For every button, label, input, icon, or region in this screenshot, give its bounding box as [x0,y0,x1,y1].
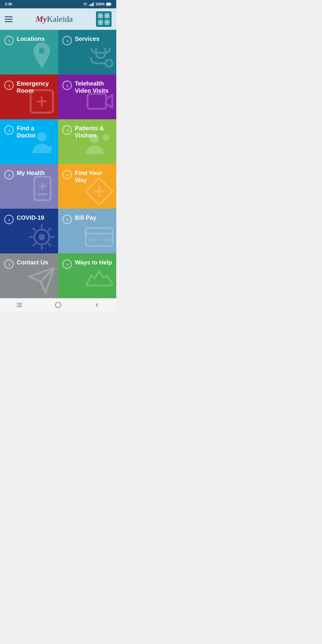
tile-patients[interactable]: Patients & Visitors [58,119,116,164]
tile-telehealth[interactable]: Telehealth Video Visits [58,75,116,119]
my-health-label: My Health [17,169,45,177]
covid-arrow [4,215,14,224]
svg-line-33 [33,243,36,246]
svg-rect-0 [89,5,90,6]
logo-my: My [36,14,47,24]
services-label: Services [75,35,99,42]
svg-point-21 [48,146,52,151]
tile-contact[interactable]: Contact Us [0,253,58,298]
wifi-icon [83,2,88,6]
app-logo: MyKaleida [36,14,73,24]
svg-rect-19 [87,94,106,109]
find-doctor-arrow [4,125,14,135]
tile-covid[interactable]: COVID-19 [0,209,58,253]
svg-rect-38 [104,238,112,242]
bill-pay-label: Bill Pay [75,214,96,221]
main-grid: Locations Services Emergency Room [0,30,116,298]
locations-label: Locations [17,35,45,42]
find-doctor-label: Find a Doctor [17,125,54,139]
svg-rect-1 [90,4,91,6]
telehealth-label: Telehealth Video Visits [75,80,112,94]
emergency-arrow [4,80,14,90]
svg-line-41 [41,281,46,293]
svg-point-34 [38,234,45,240]
my-health-arrow [4,170,14,179]
status-bar: 3:39 100% [0,0,116,8]
nav-home-button[interactable] [39,298,78,311]
nav-back-button[interactable] [78,298,116,311]
bottom-nav [0,298,116,311]
header: MyKaleida [0,8,116,30]
menu-button[interactable] [5,16,13,22]
svg-point-17 [105,60,112,67]
covid-label: COVID-19 [17,214,44,221]
svg-rect-6 [106,3,110,5]
svg-line-31 [48,243,51,246]
logo-kaleida: Kaleida [47,14,73,24]
tile-locations[interactable]: Locations [0,30,58,75]
svg-rect-7 [111,4,112,5]
svg-rect-3 [92,3,93,6]
svg-line-30 [33,228,36,231]
services-arrow [62,36,72,45]
signal-icon [89,2,94,6]
status-indicators: 100% [83,2,112,6]
svg-line-32 [48,228,51,231]
patients-arrow [62,125,72,135]
svg-rect-35 [86,228,113,246]
nav-menu-icon [16,302,23,308]
hands-bg-icon [83,265,115,297]
tile-bill-pay[interactable]: Bill Pay [58,209,116,253]
nav-menu-button[interactable] [0,298,39,311]
tile-find-way[interactable]: Find Your Way [58,164,116,209]
telehealth-arrow [62,80,72,90]
svg-point-45 [55,302,61,307]
ways-help-label: Ways to Help [75,259,112,266]
tile-my-health[interactable]: My Health [0,164,58,209]
find-way-arrow [62,170,72,179]
find-way-label: Find Your Way [75,169,112,184]
nav-back-icon [94,302,100,308]
emergency-label: Emergency Room [17,80,54,94]
tile-emergency[interactable]: Emergency Room [0,75,58,119]
virus-bg-icon [27,222,57,252]
battery-icon [106,2,112,6]
ways-help-arrow [62,259,72,269]
kaleida-brand-icon [96,11,112,27]
card-bg-icon [83,222,115,252]
tile-services[interactable]: Services [58,30,116,75]
contact-label: Contact Us [17,259,48,266]
nav-home-icon [55,302,61,308]
tile-find-doctor[interactable]: Find a Doctor [0,119,58,164]
svg-rect-2 [91,4,92,6]
locations-arrow [4,36,14,45]
svg-rect-37 [89,238,98,242]
contact-arrow [4,259,14,269]
stethoscope-bg-icon [86,42,115,73]
tile-ways-help[interactable]: Ways to Help [58,253,116,298]
patients-label: Patients & Visitors [75,125,112,139]
battery-level: 100% [95,2,105,6]
status-time: 3:39 [5,2,12,6]
svg-rect-4 [93,2,94,6]
bill-pay-arrow [62,215,72,224]
